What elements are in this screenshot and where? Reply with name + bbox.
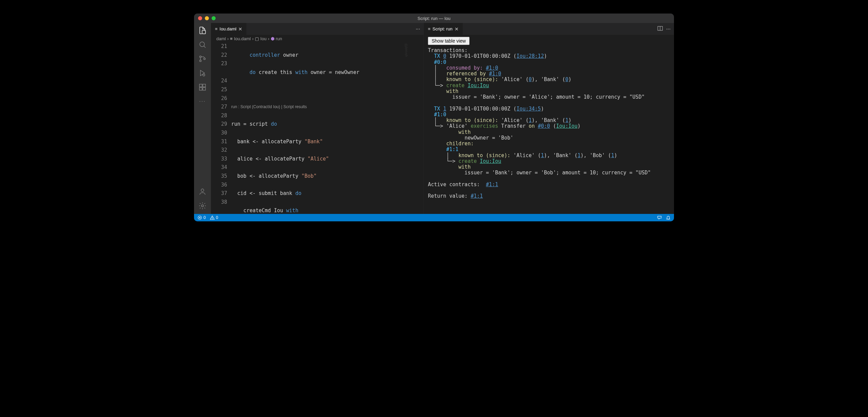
template-link[interactable]: Iou:Iou <box>467 82 489 89</box>
tx-link[interactable]: 1 <box>541 152 544 158</box>
vscode-window: Script: run — Iou ··· <box>194 14 674 221</box>
statusbar: 0 0 <box>194 214 674 221</box>
window-title: Script: run — Iou <box>417 16 451 21</box>
tab-bar-right: ≡ Script: run ✕ ··· <box>424 23 674 35</box>
tab-iou-daml[interactable]: ≡ Iou.daml ✕ <box>211 23 247 35</box>
svg-rect-9 <box>199 88 202 90</box>
code-lens[interactable]: run : Script (ContractId Iou) | Script r… <box>231 103 424 112</box>
notifications-icon[interactable] <box>666 215 671 220</box>
warning-count[interactable]: 0 <box>210 215 218 220</box>
svg-marker-6 <box>200 70 204 76</box>
error-count[interactable]: 0 <box>197 215 206 220</box>
close-icon[interactable]: ✕ <box>238 26 242 32</box>
traffic-lights <box>198 16 216 20</box>
main-area: ··· ≡ Iou.daml ✕ <box>194 23 674 214</box>
svg-point-4 <box>200 60 201 62</box>
activity-bar: ··· <box>194 23 211 214</box>
error-icon <box>197 215 202 220</box>
svg-rect-10 <box>203 88 206 90</box>
location-link[interactable]: Iou:28:12 <box>516 53 544 59</box>
editor-pane-right: ≡ Script: run ✕ ··· Show table viewTrans… <box>424 23 674 214</box>
breadcrumb-item[interactable]: ≡Iou.daml <box>230 36 251 41</box>
account-icon[interactable] <box>198 188 207 196</box>
chevron-right-icon: › <box>268 36 269 41</box>
tab-label: Iou.daml <box>220 26 237 31</box>
code-content[interactable]: controller owner do create this with own… <box>231 42 424 214</box>
svg-point-12 <box>201 189 204 192</box>
more-icon[interactable]: ··· <box>416 26 420 32</box>
tx-link[interactable]: 1 <box>578 152 581 158</box>
contract-link[interactable]: #1:1 <box>471 193 483 199</box>
show-table-view-button[interactable]: Show table view <box>428 37 469 45</box>
svg-point-1 <box>200 42 204 47</box>
chevron-right-icon: › <box>252 36 254 41</box>
contract-link[interactable]: #1:0 <box>486 65 498 71</box>
close-window-button[interactable] <box>198 16 202 20</box>
close-icon[interactable]: ✕ <box>455 26 459 32</box>
tx-link[interactable]: 1 <box>529 117 532 123</box>
svg-rect-11 <box>203 84 206 87</box>
warning-icon <box>210 215 215 220</box>
code-editor[interactable]: 21 22 23 24 25 26 27 28 29 30 31 32 33 <box>211 42 424 214</box>
titlebar: Script: run — Iou <box>194 14 674 23</box>
script-output[interactable]: Show table viewTransactions: TX 0 1970-0… <box>424 35 674 214</box>
breadcrumb[interactable]: daml › ≡Iou.daml › ▢Iou › ⬢run <box>211 35 424 42</box>
tab-label: Script: run <box>433 26 453 31</box>
svg-point-21 <box>212 219 212 219</box>
symbol-icon: ⬢ <box>271 36 274 41</box>
maximize-window-button[interactable] <box>212 16 216 20</box>
file-icon: ≡ <box>215 26 218 31</box>
svg-line-2 <box>204 46 206 48</box>
breadcrumb-item[interactable]: daml <box>216 36 226 41</box>
chevron-right-icon: › <box>227 36 228 41</box>
svg-point-3 <box>200 56 201 58</box>
source-control-icon[interactable] <box>198 55 207 63</box>
tx-link[interactable]: 1 <box>611 152 614 158</box>
svg-rect-8 <box>199 84 202 87</box>
editor-group: ≡ Iou.daml ✕ ··· daml › ≡Iou.daml › ▢Iou… <box>211 23 674 214</box>
tx-id-link[interactable]: 1 <box>443 106 446 112</box>
extensions-icon[interactable] <box>198 83 207 91</box>
svg-point-13 <box>201 205 203 207</box>
contract-link[interactable]: #1:0 <box>489 71 501 77</box>
tab-bar-left: ≡ Iou.daml ✕ ··· <box>211 23 424 35</box>
more-icon[interactable]: ··· <box>666 26 671 32</box>
breadcrumb-item[interactable]: ▢Iou <box>255 36 266 41</box>
tx-link[interactable]: 0 <box>529 76 532 82</box>
template-link[interactable]: Iou:Iou <box>556 123 577 129</box>
svg-point-7 <box>203 74 205 76</box>
breadcrumb-item[interactable]: ⬢run <box>271 36 282 41</box>
search-icon[interactable] <box>198 41 207 49</box>
tab-script-run[interactable]: ≡ Script: run ✕ <box>424 23 463 35</box>
template-link[interactable]: Iou:Iou <box>480 158 501 164</box>
file-icon: ≡ <box>428 26 431 31</box>
settings-gear-icon[interactable] <box>198 202 207 210</box>
transactions-header: Transactions: <box>428 47 467 53</box>
contract-link[interactable]: #1:1 <box>486 181 498 188</box>
split-editor-icon[interactable] <box>657 26 663 32</box>
more-icon[interactable]: ··· <box>198 97 207 105</box>
location-link[interactable]: Iou:34:5 <box>516 106 541 112</box>
svg-point-5 <box>204 58 206 60</box>
line-gutter: 21 22 23 24 25 26 27 28 29 30 31 32 33 <box>211 42 231 214</box>
svg-rect-0 <box>202 30 206 34</box>
contract-link[interactable]: #0:0 <box>538 123 550 129</box>
minimize-window-button[interactable] <box>205 16 209 20</box>
tx-id-link[interactable]: 0 <box>443 53 446 59</box>
explorer-icon[interactable] <box>198 26 207 34</box>
feedback-icon[interactable] <box>657 215 662 220</box>
editor-pane-left: ≡ Iou.daml ✕ ··· daml › ≡Iou.daml › ▢Iou… <box>211 23 424 214</box>
run-debug-icon[interactable] <box>198 69 207 77</box>
